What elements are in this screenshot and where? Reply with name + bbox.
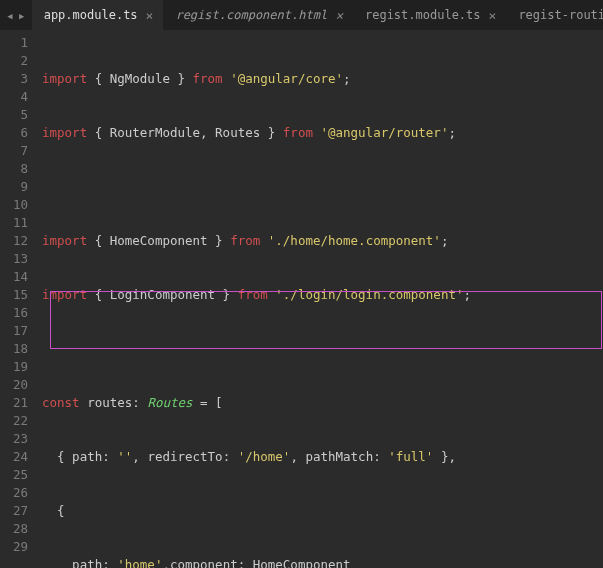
- code-line: import { LoginComponent } from './login/…: [36, 286, 603, 304]
- line-number: 8: [0, 160, 28, 178]
- code-line: import { RouterModule, Routes } from '@a…: [36, 124, 603, 142]
- gutter: 1 2 3 4 5 6 7 8 9 10 11 12 13 14 15 16 1…: [0, 30, 36, 568]
- line-number: 21: [0, 394, 28, 412]
- line-number: 10: [0, 196, 28, 214]
- line-number: 9: [0, 178, 28, 196]
- code-line: const routes: Routes = [: [36, 394, 603, 412]
- close-icon[interactable]: ×: [489, 8, 497, 23]
- line-number: 23: [0, 430, 28, 448]
- code-line: [36, 340, 603, 358]
- line-number: 12: [0, 232, 28, 250]
- line-number: 22: [0, 412, 28, 430]
- line-number: 17: [0, 322, 28, 340]
- line-number: 1: [0, 34, 28, 52]
- tab-regist-component[interactable]: regist.component.html ×: [163, 0, 353, 30]
- code-area[interactable]: import { NgModule } from '@angular/core'…: [36, 30, 603, 568]
- editor[interactable]: 1 2 3 4 5 6 7 8 9 10 11 12 13 14 15 16 1…: [0, 30, 603, 568]
- line-number: 19: [0, 358, 28, 376]
- line-number: 29: [0, 538, 28, 556]
- tab-label: regist.module.ts: [365, 8, 481, 22]
- line-number: 2: [0, 52, 28, 70]
- nav-arrows: ◂ ▸: [0, 8, 32, 23]
- line-number: 6: [0, 124, 28, 142]
- tab-label: regist.component.html: [175, 8, 327, 22]
- tab-bar: ◂ ▸ app.module.ts × regist.component.htm…: [0, 0, 603, 30]
- line-number: 27: [0, 502, 28, 520]
- tab-regist-module[interactable]: regist.module.ts ×: [353, 0, 506, 30]
- line-number: 16: [0, 304, 28, 322]
- line-number: 4: [0, 88, 28, 106]
- line-number: 25: [0, 466, 28, 484]
- line-number: 7: [0, 142, 28, 160]
- close-icon[interactable]: ×: [335, 8, 343, 23]
- tab-label: regist-routing.module.ts: [518, 8, 603, 22]
- line-number: 28: [0, 520, 28, 538]
- line-number: 3: [0, 70, 28, 88]
- code-line: import { HomeComponent } from './home/ho…: [36, 232, 603, 250]
- line-number: 20: [0, 376, 28, 394]
- line-number: 15: [0, 286, 28, 304]
- tab-label: app.module.ts: [44, 8, 138, 22]
- tab-app-module[interactable]: app.module.ts ×: [32, 0, 164, 30]
- nav-back-icon[interactable]: ◂: [6, 8, 14, 23]
- line-number: 14: [0, 268, 28, 286]
- code-line: {: [36, 502, 603, 520]
- line-number: 5: [0, 106, 28, 124]
- code-line: path: 'home',component: HomeComponent: [36, 556, 603, 568]
- line-number: 24: [0, 448, 28, 466]
- line-number: 18: [0, 340, 28, 358]
- code-line: [36, 178, 603, 196]
- line-number: 11: [0, 214, 28, 232]
- close-icon[interactable]: ×: [146, 8, 154, 23]
- tabs: app.module.ts × regist.component.html × …: [32, 0, 603, 30]
- tab-regist-routing[interactable]: regist-routing.module.ts: [506, 0, 603, 30]
- line-number: 26: [0, 484, 28, 502]
- code-line: import { NgModule } from '@angular/core'…: [36, 70, 603, 88]
- line-number: 13: [0, 250, 28, 268]
- code-line: { path: '', redirectTo: '/home', pathMat…: [36, 448, 603, 466]
- nav-forward-icon[interactable]: ▸: [18, 8, 26, 23]
